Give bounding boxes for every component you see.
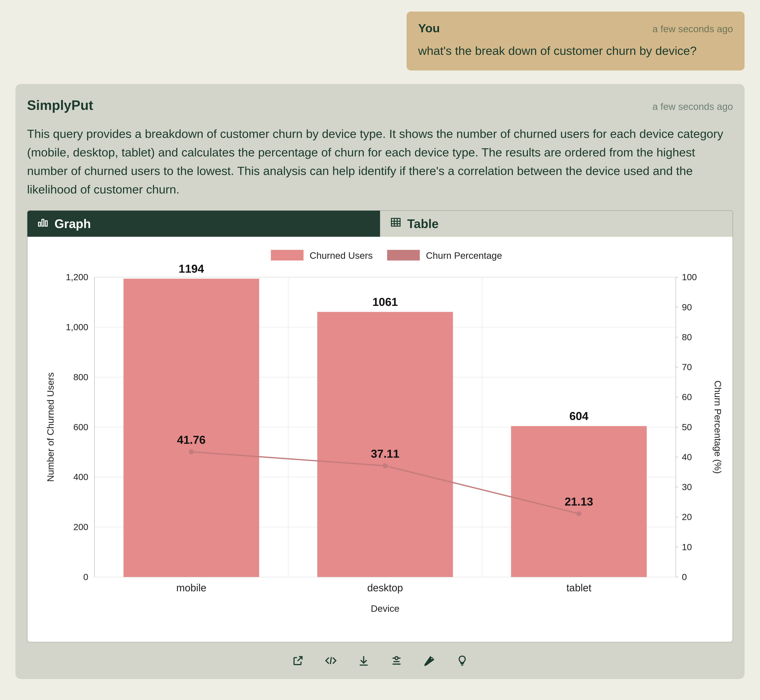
chart-settings-button[interactable]: [389, 654, 404, 669]
category-label-mobile: mobile: [176, 582, 206, 594]
user-message-bubble: You a few seconds ago what's the break d…: [407, 12, 744, 70]
tab-table-label: Table: [407, 217, 439, 231]
svg-rect-0: [39, 222, 41, 226]
pen-icon: [423, 655, 435, 669]
y-right-axis-label: Churn Percentage (%): [713, 380, 723, 474]
svg-text:1,000: 1,000: [66, 322, 88, 332]
bar-chart-icon: [37, 216, 48, 231]
svg-text:80: 80: [682, 332, 692, 342]
bar-desktop: [317, 312, 453, 577]
legend-swatch-line: [387, 250, 420, 261]
svg-text:800: 800: [73, 372, 88, 382]
svg-text:60: 60: [682, 392, 692, 402]
churn-by-device-chart: 02004006008001,0001,20001020304050607080…: [33, 242, 727, 636]
svg-line-47: [330, 657, 331, 664]
bar-label-desktop: 1061: [372, 295, 398, 308]
svg-point-54: [431, 658, 433, 659]
download-icon: [358, 655, 370, 669]
open-external-button[interactable]: [290, 654, 306, 669]
user-timestamp: a few seconds ago: [652, 23, 733, 34]
svg-point-49: [395, 656, 398, 659]
svg-text:600: 600: [73, 422, 88, 432]
code-icon: [325, 655, 337, 669]
legend-label-bars: Churned Users: [310, 250, 373, 261]
legend-swatch-bars: [271, 250, 303, 261]
svg-text:50: 50: [682, 422, 692, 432]
chart-panel: 02004006008001,0001,20001020304050607080…: [27, 237, 733, 642]
assistant-body-text: This query provides a breakdown of custo…: [27, 125, 733, 199]
tab-table[interactable]: Table: [380, 211, 733, 237]
chart-action-bar: [27, 654, 733, 669]
assistant-name: SimplyPut: [27, 97, 93, 113]
bar-label-mobile: 1194: [179, 262, 204, 275]
table-icon: [390, 216, 402, 231]
svg-text:20: 20: [682, 512, 692, 522]
external-link-icon: [292, 655, 304, 669]
svg-text:10: 10: [682, 542, 692, 552]
view-code-button[interactable]: [323, 654, 339, 669]
download-button[interactable]: [356, 654, 371, 669]
svg-rect-1: [42, 219, 44, 226]
category-label-tablet: tablet: [566, 582, 591, 594]
svg-text:30: 30: [682, 482, 692, 492]
y-left-axis-label: Number of Churned Users: [45, 372, 56, 482]
feedback-button[interactable]: [422, 654, 437, 669]
insight-button[interactable]: [455, 654, 470, 669]
legend-label-line: Churn Percentage: [426, 250, 502, 261]
line-label-desktop: 37.11: [371, 447, 399, 460]
svg-text:0: 0: [682, 572, 687, 582]
tab-graph[interactable]: Graph: [27, 211, 380, 237]
category-label-desktop: desktop: [367, 582, 403, 594]
lightbulb-icon: [456, 655, 468, 669]
sliders-icon: [391, 655, 402, 669]
user-message-text: what's the break down of customer churn …: [418, 43, 733, 59]
svg-text:70: 70: [682, 362, 692, 372]
svg-rect-3: [391, 219, 400, 226]
assistant-timestamp: a few seconds ago: [652, 101, 733, 112]
svg-text:1,200: 1,200: [66, 272, 88, 282]
tab-graph-label: Graph: [55, 217, 91, 231]
svg-text:40: 40: [682, 452, 692, 462]
line-point-tablet: [577, 511, 581, 516]
svg-text:90: 90: [682, 302, 692, 312]
line-point-desktop: [383, 463, 388, 468]
bar-label-tablet: 604: [569, 409, 588, 422]
assistant-response-card: SimplyPut a few seconds ago This query p…: [16, 84, 744, 679]
svg-text:200: 200: [73, 522, 88, 532]
line-label-mobile: 41.76: [177, 433, 206, 446]
user-name: You: [418, 21, 440, 35]
svg-text:100: 100: [682, 272, 697, 282]
x-axis-label: Device: [371, 603, 400, 614]
svg-text:0: 0: [83, 572, 88, 582]
view-tabs: Graph Table: [27, 210, 733, 237]
line-label-tablet: 21.13: [565, 495, 593, 508]
bar-mobile: [124, 279, 259, 577]
svg-text:400: 400: [73, 472, 88, 482]
svg-rect-2: [45, 221, 47, 226]
line-point-mobile: [189, 449, 194, 454]
